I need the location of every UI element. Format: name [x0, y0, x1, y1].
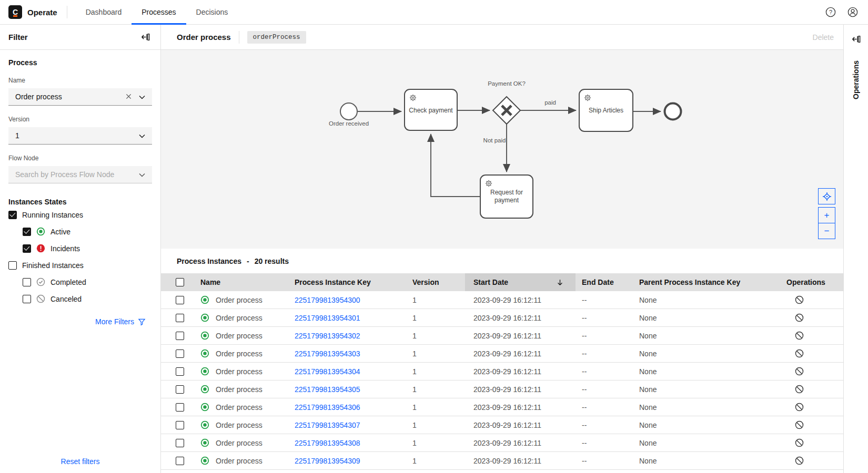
instance-key-link[interactable]: 2251799813954300 — [295, 296, 360, 304]
help-icon[interactable]: ? — [824, 5, 837, 19]
instance-key-link[interactable]: 2251799813954303 — [295, 349, 360, 358]
row-checkbox[interactable] — [176, 457, 184, 465]
version-select[interactable]: 1 — [8, 127, 152, 145]
instance-start-date: 2023-09-29 16:12:11 — [465, 381, 576, 398]
diagram-reset-zoom-button[interactable] — [818, 188, 835, 204]
row-checkbox[interactable] — [176, 296, 184, 304]
column-header-parent-key[interactable]: Parent Process Instance Key — [632, 278, 782, 286]
flow-not-paid-label: Not paid — [483, 137, 506, 143]
instance-start-date: 2023-09-29 16:12:11 — [465, 345, 576, 362]
state-label: Incidents — [51, 244, 80, 253]
row-checkbox[interactable] — [176, 403, 184, 412]
instance-version: 1 — [404, 349, 465, 358]
incidents-checkbox[interactable] — [23, 244, 31, 253]
column-header-version[interactable]: Version — [404, 278, 465, 286]
cancel-operation-icon[interactable] — [795, 367, 804, 376]
cancel-operation-icon[interactable] — [795, 403, 804, 412]
instance-key-link[interactable]: 2251799813954302 — [295, 332, 360, 340]
filter-running-instances[interactable]: Running Instances — [8, 207, 152, 223]
completed-checkbox[interactable] — [23, 278, 31, 286]
row-checkbox[interactable] — [176, 367, 184, 376]
instance-end-date: -- — [576, 385, 632, 394]
column-header-start-date[interactable]: Start Date — [465, 273, 576, 291]
more-filters-button[interactable]: More Filters — [8, 317, 152, 326]
filter-funnel-icon — [138, 318, 146, 326]
instance-parent-key: None — [632, 385, 782, 394]
flow-node-select[interactable]: Search by Process Flow Node — [8, 166, 152, 183]
instance-name: Order process — [216, 367, 263, 376]
tab-processes[interactable]: Processes — [132, 0, 186, 25]
cancel-operation-icon[interactable] — [795, 349, 804, 358]
diagram-zoom-out-button[interactable]: − — [818, 223, 835, 239]
instance-start-date: 2023-09-29 16:12:11 — [465, 291, 576, 309]
cancel-operation-icon[interactable] — [795, 331, 804, 340]
instance-key-link[interactable]: 2251799813954306 — [295, 403, 360, 412]
instance-version: 1 — [404, 296, 465, 304]
column-header-end-date[interactable]: End Date — [576, 278, 632, 286]
cancel-operation-icon[interactable] — [795, 420, 804, 429]
user-profile-icon[interactable] — [846, 5, 860, 19]
cancel-operation-icon[interactable] — [795, 295, 804, 304]
expand-operations-panel-icon[interactable] — [849, 32, 863, 46]
operations-panel-collapsed: Operations — [843, 25, 868, 473]
row-checkbox[interactable] — [176, 314, 184, 322]
filter-canceled[interactable]: Canceled — [8, 291, 152, 307]
process-name-select[interactable]: Order process — [8, 88, 152, 106]
tab-decisions[interactable]: Decisions — [186, 0, 238, 25]
tab-dashboard[interactable]: Dashboard — [76, 0, 132, 25]
instance-end-date: -- — [576, 421, 632, 429]
filter-finished-instances[interactable]: Finished Instances — [8, 257, 152, 273]
row-checkbox[interactable] — [176, 349, 184, 358]
instance-start-date: 2023-09-29 16:12:11 — [465, 398, 576, 416]
instance-key-link[interactable]: 2251799813954305 — [295, 385, 360, 394]
filter-incidents[interactable]: Incidents — [8, 240, 152, 256]
svg-text:?: ? — [829, 9, 832, 15]
instance-version: 1 — [404, 385, 465, 394]
canceled-checkbox[interactable] — [23, 295, 31, 303]
filter-active[interactable]: Active — [8, 223, 152, 240]
instance-key-link[interactable]: 2251799813954301 — [295, 314, 360, 322]
running-instances-checkbox[interactable] — [8, 211, 17, 219]
start-event[interactable] — [340, 103, 357, 120]
cancel-operation-icon[interactable] — [795, 385, 804, 394]
table-row: Order process 2251799813954300 1 2023-09… — [161, 291, 843, 309]
instances-table-body: Order process 2251799813954300 1 2023-09… — [161, 291, 843, 470]
active-checkbox[interactable] — [23, 228, 31, 236]
collapse-panel-icon[interactable] — [138, 30, 152, 44]
column-header-process-instance-key[interactable]: Process Instance Key — [287, 278, 404, 286]
process-title: Order process — [177, 33, 231, 42]
chevron-down-icon — [139, 92, 145, 101]
column-header-name[interactable]: Name — [194, 278, 287, 286]
finished-instances-checkbox[interactable] — [8, 261, 17, 270]
row-checkbox[interactable] — [176, 385, 184, 394]
chevron-down-icon — [139, 131, 145, 140]
instance-key-link[interactable]: 2251799813954304 — [295, 367, 360, 376]
row-checkbox[interactable] — [176, 421, 184, 429]
row-checkbox[interactable] — [176, 439, 184, 447]
end-event[interactable] — [665, 104, 681, 120]
cancel-operation-icon[interactable] — [795, 456, 804, 465]
row-checkbox[interactable] — [176, 332, 184, 340]
filter-completed[interactable]: Completed — [8, 274, 152, 290]
diagram-zoom-in-button[interactable]: + — [818, 207, 835, 223]
reset-filters-link[interactable]: Reset filters — [0, 457, 160, 473]
instance-key-link[interactable]: 2251799813954308 — [295, 439, 360, 447]
instance-key-link[interactable]: 2251799813954307 — [295, 421, 360, 429]
clear-selection-icon[interactable] — [126, 92, 132, 101]
instance-name: Order process — [216, 403, 263, 412]
cancel-operation-icon[interactable] — [795, 438, 804, 447]
delete-button[interactable]: Delete — [813, 33, 834, 42]
bpmn-diagram[interactable]: Order received Check payment Payment OK?… — [161, 50, 843, 249]
operations-panel-title: Operations — [852, 60, 860, 99]
instance-end-date: -- — [576, 439, 632, 447]
instance-name: Order process — [216, 349, 263, 358]
flow-request-to-check — [431, 134, 480, 197]
state-label: Finished Instances — [22, 261, 84, 270]
instance-parent-key: None — [632, 296, 782, 304]
select-all-checkbox[interactable] — [176, 278, 184, 286]
active-instance-icon — [200, 438, 209, 447]
instance-name: Order process — [216, 439, 263, 447]
instance-parent-key: None — [632, 314, 782, 322]
instance-key-link[interactable]: 2251799813954309 — [295, 457, 360, 465]
cancel-operation-icon[interactable] — [795, 313, 804, 322]
